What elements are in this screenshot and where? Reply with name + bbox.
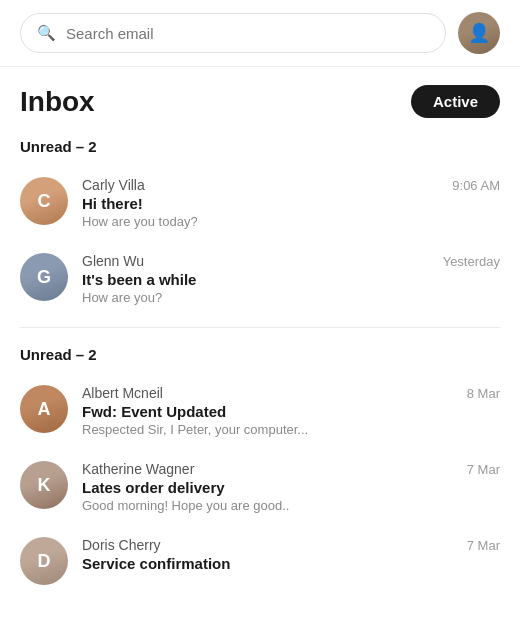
avatar: A — [20, 385, 68, 433]
avatar: D — [20, 537, 68, 585]
message-content: Albert Mcneil8 MarFwd: Event UpdatedResp… — [82, 385, 500, 437]
message-sender: Katherine Wagner — [82, 461, 194, 477]
message-time: Yesterday — [443, 254, 500, 269]
message-preview: Respected Sir, I Peter, your computer... — [82, 422, 500, 437]
avatar: G — [20, 253, 68, 301]
message-subject: Service confirmation — [82, 555, 500, 572]
message-sender: Doris Cherry — [82, 537, 161, 553]
active-badge[interactable]: Active — [411, 85, 500, 118]
message-subject: Hi there! — [82, 195, 500, 212]
message-sender: Glenn Wu — [82, 253, 144, 269]
message-content: Katherine Wagner7 MarLates order deliver… — [82, 461, 500, 513]
message-sender: Albert Mcneil — [82, 385, 163, 401]
sections-container: Unread – 2CCarly Villa9:06 AMHi there!Ho… — [0, 130, 520, 597]
message-sender: Carly Villa — [82, 177, 145, 193]
search-box[interactable]: 🔍 — [20, 13, 446, 53]
message-subject: Fwd: Event Updated — [82, 403, 500, 420]
message-content: Glenn WuYesterdayIt's been a whileHow ar… — [82, 253, 500, 305]
page-title: Inbox — [20, 86, 95, 118]
message-subject: It's been a while — [82, 271, 500, 288]
section-divider — [20, 327, 500, 328]
list-item[interactable]: AAlbert Mcneil8 MarFwd: Event UpdatedRes… — [0, 373, 520, 449]
message-content: Doris Cherry7 MarService confirmation — [82, 537, 500, 574]
top-bar: 🔍 👤 — [0, 0, 520, 67]
message-top-row: Katherine Wagner7 Mar — [82, 461, 500, 477]
message-top-row: Doris Cherry7 Mar — [82, 537, 500, 553]
list-item[interactable]: DDoris Cherry7 MarService confirmation — [0, 525, 520, 597]
list-item[interactable]: CCarly Villa9:06 AMHi there!How are you … — [0, 165, 520, 241]
list-item[interactable]: GGlenn WuYesterdayIt's been a whileHow a… — [0, 241, 520, 317]
inbox-header: Inbox Active — [0, 67, 520, 130]
list-item[interactable]: KKatherine Wagner7 MarLates order delive… — [0, 449, 520, 525]
message-preview: Good morning! Hope you are good.. — [82, 498, 500, 513]
message-content: Carly Villa9:06 AMHi there!How are you t… — [82, 177, 500, 229]
message-preview: How are you today? — [82, 214, 500, 229]
message-top-row: Albert Mcneil8 Mar — [82, 385, 500, 401]
message-time: 9:06 AM — [452, 178, 500, 193]
section-label-1: Unread – 2 — [0, 338, 520, 373]
section-label-0: Unread – 2 — [0, 130, 520, 165]
user-avatar[interactable]: 👤 — [458, 12, 500, 54]
message-preview: How are you? — [82, 290, 500, 305]
message-subject: Lates order delivery — [82, 479, 500, 496]
message-top-row: Carly Villa9:06 AM — [82, 177, 500, 193]
message-time: 7 Mar — [467, 462, 500, 477]
message-time: 8 Mar — [467, 386, 500, 401]
section-0: Unread – 2CCarly Villa9:06 AMHi there!Ho… — [0, 130, 520, 317]
avatar: K — [20, 461, 68, 509]
message-time: 7 Mar — [467, 538, 500, 553]
message-top-row: Glenn WuYesterday — [82, 253, 500, 269]
avatar: C — [20, 177, 68, 225]
search-input[interactable] — [66, 25, 429, 42]
section-1: Unread – 2AAlbert Mcneil8 MarFwd: Event … — [0, 338, 520, 597]
search-icon: 🔍 — [37, 24, 56, 42]
